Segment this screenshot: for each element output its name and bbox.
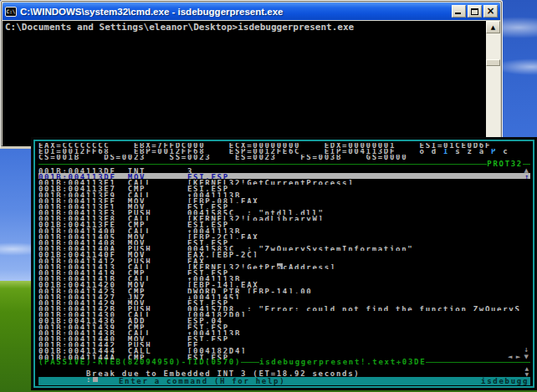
cpu-flag: I xyxy=(443,149,455,155)
disassembly-line[interactable]: 001B:00411444 CALL [004182D4] ↓ xyxy=(38,347,530,353)
disassembly-line[interactable]: 001B:004113E9 CALL ↑0041113B xyxy=(38,191,530,197)
cpu-flag: o xyxy=(420,149,432,155)
cmd-scrollbar-thumb[interactable] xyxy=(486,59,500,66)
disassembly-line[interactable]: 001B:0041141B CALL ↑0041113B xyxy=(38,275,530,281)
debugger-frame: EAX=CCCCCCCC EBX=7FFDC000 ECX=00000000 E… xyxy=(33,140,534,388)
mode-separator: PROT32 xyxy=(38,161,530,167)
close-button[interactable]: × xyxy=(483,5,498,18)
disassembly-text: 001B:00411408 MOV ESI,ESP xyxy=(38,239,530,245)
disassembly-text: 001B:004113DF MOV ESI,ESP xyxy=(38,173,530,179)
disassembly-text: 001B:00411436 ADD ESP,04 xyxy=(38,317,530,323)
disassembly-line[interactable]: 001B:0041144A CMP ESI,ESP ◄ ► ▼ xyxy=(38,354,530,359)
scroll-down-indicator-icon: ▼ xyxy=(524,371,529,377)
disassembly-line[interactable]: 001B:00411412 PUSH EAX xyxy=(38,257,530,263)
disassembly-text: 001B:004113F8 CALL [KERNEL32!LoadLibrary… xyxy=(38,215,530,221)
disassembly-line[interactable]: 001B:004113E7 CMP ESI,ESP xyxy=(38,185,530,191)
disassembly-text: 001B:004113E1 CALL [KERNEL32!GetCurrentP… xyxy=(38,179,530,185)
disassembly-text: 001B:00411420 MOV [EBP-14],EAX xyxy=(38,281,530,287)
module-location-label: isdebuggerpresent!.text+03DE xyxy=(259,359,426,365)
cpu-flag: a xyxy=(479,149,491,155)
disassembly-line[interactable]: 001B:0041143B CALL ↑0041113B xyxy=(38,329,530,335)
separator-line xyxy=(241,362,259,363)
disassembly-line[interactable]: 001B:004113FE CMP ESI,ESP xyxy=(38,221,530,227)
cmd-window: C:\ C:\WINDOWS\system32\cmd.exe - isdebu… xyxy=(0,0,503,149)
cmd-window-title: C:\WINDOWS\system32\cmd.exe - isdebugger… xyxy=(20,7,450,17)
disassembly-text: 001B:00411413 CALL [KERNEL32!GetProcAddr… xyxy=(38,263,530,269)
register-row: CS=001B DS=0023 SS=0023 ES=0023 FS=003B … xyxy=(38,155,530,160)
disassembly-line[interactable]: 001B:00411436 ADD ESP,04 xyxy=(38,317,530,323)
scroll-indicator-icon: ▲ xyxy=(524,167,529,173)
separator-line xyxy=(38,164,487,165)
disassembly-line[interactable]: 001B:00411430 CALL [004182D0] xyxy=(38,311,530,317)
scroll-up-arrow-icon[interactable]: ▲ xyxy=(486,21,500,33)
disassembly-line[interactable]: 001B:00411442 PUSH FF xyxy=(38,341,530,347)
disassembly-line[interactable]: 001B:004113F1 MOV ESI,ESP xyxy=(38,203,530,209)
disassembly-text: 001B:0041143B CALL ↑0041113B xyxy=(38,329,530,335)
disassembly-text: 001B:00411419 CMP ESI,ESP xyxy=(38,269,530,275)
disassembly-line[interactable]: 001B:0041140F MOV EAX,[EBP-2C] xyxy=(38,251,530,257)
disassembly-line[interactable]: 001B:00411440 MOV ESI,ESP xyxy=(38,335,530,341)
separator-line xyxy=(523,164,530,165)
disassembly-line[interactable]: 001B:0041142B PUSH 004157D8 ; "Error: co… xyxy=(38,305,530,311)
disassembly-line[interactable]: 001B:00411423 CMP DWORD PTR [EBP-14],00 xyxy=(38,288,530,293)
cpu-mode-label: PROT32 xyxy=(487,161,523,167)
disassembly-text: 001B:00411444 CALL [004182D4] xyxy=(38,347,530,353)
disassembly-text: 001B:004113EE MOV [EBP-08],EAX xyxy=(38,197,530,203)
disassembly-text: 001B:0041140A PUSH 0041583C ; "ZwQuerySy… xyxy=(38,245,530,251)
disassembly-text: 001B:00411405 MOV [EBP-2C],EAX xyxy=(38,233,530,239)
disassembly-line[interactable]: 001B:004113F8 CALL [KERNEL32!LoadLibrary… xyxy=(38,215,530,221)
disassembly-text: 001B:004113E9 CALL ↑0041113B xyxy=(38,191,530,197)
disassembly-line[interactable]: 001B:004113DF MOV ESI,ESP ↑ xyxy=(38,173,530,179)
disassembly-line[interactable]: 001B:0041140A PUSH 0041583C ; "ZwQuerySy… xyxy=(38,245,530,251)
break-message: Break due to Embedded INT 3 (ET=18.92 se… xyxy=(38,365,530,371)
cpu-flags: o d I s z a P c xyxy=(420,149,509,155)
disassembly-line[interactable]: 001B:004113DE INT 3 ▲ xyxy=(38,167,530,173)
separator-line xyxy=(426,362,530,363)
disassembly-line[interactable]: 001B:00411408 MOV ESI,ESP xyxy=(38,239,530,245)
disassembly-text: 001B:00411429 MOV ESI,ESP xyxy=(38,299,530,305)
cmd-title-bar[interactable]: C:\ C:\WINDOWS\system32\cmd.exe - isdebu… xyxy=(3,3,500,20)
disassembly-line[interactable]: 001B:00411419 CMP ESI,ESP xyxy=(38,269,530,275)
thread-status-label: (PASSIVE)-KTEB(82094950)-TID(0570) xyxy=(38,359,241,365)
maximize-button[interactable] xyxy=(468,5,482,18)
maximize-icon xyxy=(471,8,478,15)
disassembly-line[interactable]: 001B:004113E1 CALL [KERNEL32!GetCurrentP… xyxy=(38,179,530,185)
disassembly-line[interactable]: 001B:00411429 MOV ESI,ESP xyxy=(38,299,530,305)
screen: C:\ C:\WINDOWS\system32\cmd.exe - isdebu… xyxy=(0,0,537,392)
disassembly-line[interactable]: 001B:00411439 CMP ESI,ESP xyxy=(38,323,530,329)
register-row: EAX=CCCCCCCC EBX=7FFDC000 ECX=00000000 E… xyxy=(38,143,530,149)
disassembly-line[interactable]: 001B:00411413 CALL [KERNEL32!GetProcAddr… xyxy=(38,263,530,269)
process-name-label: isdebugg xyxy=(481,377,529,385)
disassembly-line[interactable]: 001B:00411420 MOV [EBP-14],EAX xyxy=(38,281,530,287)
block-cursor-char: o xyxy=(277,263,283,269)
scroll-indicator-icon: ↓ xyxy=(524,347,529,353)
disassembly-line[interactable]: 001B:00411427 JNZ ↓00411451 xyxy=(38,293,530,299)
disassembly-pane[interactable]: 001B:004113DE INT 3 ▲ 001B:004113DF MOV … xyxy=(38,167,530,359)
disassembly-line[interactable]: 001B:004113F3 PUSH 0041585C ; "ntdll.dll… xyxy=(38,209,530,215)
cmd-icon: C:\ xyxy=(5,7,17,17)
disassembly-line[interactable]: 001B:004113EE MOV [EBP-08],EAX xyxy=(38,197,530,203)
command-prompt: : xyxy=(86,375,92,384)
disassembly-text: 001B:00411423 CMP DWORD PTR [EBP-14],00 xyxy=(38,288,530,293)
debugger-window: EAX=CCCCCCCC EBX=7FFDC000 ECX=00000000 E… xyxy=(31,137,537,390)
minimize-button[interactable] xyxy=(452,5,466,18)
cpu-flag: z xyxy=(468,149,479,155)
register-row: EDI=0012FF68 EBP=0012FF68 ESP=0012FE6C E… xyxy=(38,149,530,155)
scroll-indicator-icon: ↑ xyxy=(524,173,529,179)
text-cursor xyxy=(93,377,98,382)
command-input-line[interactable]: : ▼ xyxy=(38,371,530,377)
cmd-scrollbar[interactable]: ▲ xyxy=(486,21,500,146)
disassembly-text: 001B:0041144A CMP ESI,ESP xyxy=(38,354,530,359)
disassembly-text: 001B:004113DE INT 3 xyxy=(38,167,530,173)
disassembly-text: 001B:0041142B PUSH 004157D8 ; "Error: co… xyxy=(38,305,530,311)
disassembly-line[interactable]: 001B:00411400 CALL ↑0041113B xyxy=(38,227,530,233)
disassembly-text: 001B:004113FE CMP ESI,ESP xyxy=(38,221,530,227)
scroll-up-indicator-icon: ▲ xyxy=(524,365,529,371)
disassembly-text: 001B:004113F1 MOV ESI,ESP xyxy=(38,203,530,209)
disassembly-line[interactable]: 001B:00411405 MOV [EBP-2C],EAX xyxy=(38,233,530,239)
status-separator: (PASSIVE)-KTEB(82094950)-TID(0570) isdeb… xyxy=(38,359,530,365)
disassembly-text: 001B:0041140F MOV EAX,[EBP-2C] xyxy=(38,251,530,257)
register-row-main: EDI=0012FF68 EBP=0012FF68 ESP=0012FE6C E… xyxy=(38,149,420,155)
disassembly-text: 001B:004113E7 CMP ESI,ESP xyxy=(38,185,530,191)
cmd-console-output[interactable]: C:\Documents and Settings\eleanor\Deskto… xyxy=(3,21,500,146)
